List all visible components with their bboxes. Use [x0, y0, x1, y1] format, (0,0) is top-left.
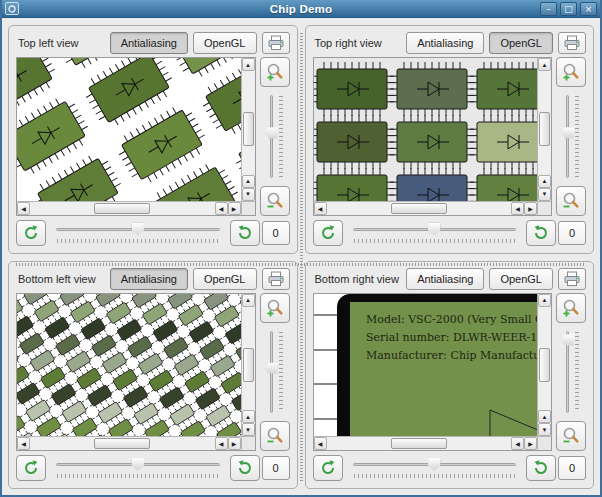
zoom-slider-handle[interactable]: [265, 362, 278, 374]
zoom-out-button[interactable]: [260, 421, 290, 451]
scroll-left-button-2[interactable]: ◀: [511, 437, 524, 450]
opengl-button[interactable]: OpenGL: [489, 32, 553, 54]
vertical-scrollbar[interactable]: ▲ ▲ ▼: [537, 294, 551, 437]
opengl-button[interactable]: OpenGL: [489, 268, 553, 290]
print-button[interactable]: [558, 268, 586, 290]
rotate-slider[interactable]: [350, 220, 520, 246]
rotation-spinbox[interactable]: 0: [558, 221, 586, 245]
horizontal-scroll-thumb[interactable]: [94, 438, 150, 449]
vertical-scroll-track[interactable]: [242, 71, 255, 175]
scroll-up-button-2[interactable]: ▲: [538, 410, 551, 423]
scroll-left-button-2[interactable]: ◀: [215, 437, 228, 450]
graphics-scene[interactable]: Model: VSC-2000 (Very Small Chip) at 9Se…: [314, 294, 538, 437]
horizontal-scroll-track[interactable]: [327, 202, 512, 215]
rotate-slider[interactable]: [53, 455, 223, 481]
rotate-slider[interactable]: [53, 220, 223, 246]
zoom-slider[interactable]: [560, 92, 582, 181]
scroll-up-button[interactable]: ▲: [538, 58, 551, 71]
rotate-slider-handle[interactable]: [131, 458, 144, 471]
horizontal-scroll-track[interactable]: [30, 202, 215, 215]
scroll-up-button-2[interactable]: ▲: [538, 175, 551, 188]
vertical-scrollbar[interactable]: ▲ ▲ ▼: [241, 294, 255, 437]
zoom-slider-handle[interactable]: [265, 127, 278, 139]
antialiasing-button[interactable]: Antialiasing: [406, 32, 484, 54]
vertical-scroll-thumb[interactable]: [539, 348, 550, 382]
zoom-slider-handle[interactable]: [561, 334, 574, 346]
print-button[interactable]: [262, 32, 290, 54]
scroll-left-button-2[interactable]: ◀: [215, 202, 228, 215]
rotation-spinbox[interactable]: 0: [262, 221, 290, 245]
graphics-scene[interactable]: [17, 294, 241, 437]
rotate-right-button[interactable]: [526, 455, 556, 481]
rotate-left-button[interactable]: [313, 220, 343, 246]
horizontal-scroll-track[interactable]: [327, 437, 512, 450]
scroll-up-button-2[interactable]: ▲: [242, 410, 255, 423]
zoom-slider[interactable]: [560, 328, 582, 417]
vertical-scroll-thumb[interactable]: [243, 348, 254, 382]
scroll-down-button[interactable]: ▼: [242, 423, 255, 436]
vertical-scroll-track[interactable]: [242, 307, 255, 411]
zoom-slider-handle[interactable]: [561, 127, 574, 139]
rotate-left-button[interactable]: [16, 220, 46, 246]
graphics-scene[interactable]: [17, 58, 241, 201]
graphics-scene[interactable]: [314, 58, 538, 201]
horizontal-scrollbar[interactable]: ◀ ◀ ▶: [17, 436, 241, 450]
zoom-slider[interactable]: [264, 328, 286, 417]
scroll-right-button[interactable]: ▶: [228, 437, 241, 450]
rotate-left-button[interactable]: [313, 455, 343, 481]
vertical-scrollbar[interactable]: ▲ ▲ ▼: [241, 58, 255, 201]
titlebar[interactable]: Chip Demo – □ ×: [2, 0, 600, 18]
rotation-spinbox[interactable]: 0: [558, 456, 586, 480]
antialiasing-button[interactable]: Antialiasing: [110, 268, 188, 290]
scroll-down-button[interactable]: ▼: [538, 423, 551, 436]
horizontal-splitter-handle[interactable]: [16, 263, 586, 266]
scroll-left-button[interactable]: ◀: [314, 437, 327, 450]
vertical-scroll-track[interactable]: [538, 307, 551, 411]
zoom-out-button[interactable]: [556, 421, 586, 451]
vertical-scroll-track[interactable]: [538, 71, 551, 175]
scroll-right-button[interactable]: ▶: [228, 202, 241, 215]
opengl-button[interactable]: OpenGL: [193, 268, 257, 290]
rotate-left-button[interactable]: [16, 455, 46, 481]
scroll-up-button[interactable]: ▲: [242, 58, 255, 71]
rotate-slider-handle[interactable]: [428, 458, 441, 471]
zoom-in-button[interactable]: [260, 57, 290, 87]
horizontal-scroll-thumb[interactable]: [94, 203, 150, 214]
scroll-down-button[interactable]: ▼: [242, 188, 255, 201]
rotation-spinbox[interactable]: 0: [262, 456, 290, 480]
zoom-out-button[interactable]: [260, 186, 290, 216]
rotate-slider-handle[interactable]: [428, 223, 441, 236]
rotate-slider[interactable]: [350, 455, 520, 481]
scroll-left-button[interactable]: ◀: [17, 202, 30, 215]
vertical-scroll-thumb[interactable]: [539, 112, 550, 146]
scroll-down-button[interactable]: ▼: [538, 188, 551, 201]
zoom-in-button[interactable]: [556, 57, 586, 87]
vertical-splitter-handle[interactable]: [300, 33, 303, 481]
scroll-left-button[interactable]: ◀: [17, 437, 30, 450]
rotate-right-button[interactable]: [230, 455, 260, 481]
horizontal-scrollbar[interactable]: ◀ ◀ ▶: [17, 201, 241, 215]
horizontal-scrollbar[interactable]: ◀ ◀ ▶: [314, 436, 538, 450]
antialiasing-button[interactable]: Antialiasing: [110, 32, 188, 54]
print-button[interactable]: [262, 268, 290, 290]
horizontal-scrollbar[interactable]: ◀ ◀ ▶: [314, 201, 538, 215]
rotate-right-button[interactable]: [230, 220, 260, 246]
opengl-button[interactable]: OpenGL: [193, 32, 257, 54]
scroll-right-button[interactable]: ▶: [524, 437, 537, 450]
zoom-in-button[interactable]: [556, 293, 586, 323]
zoom-in-button[interactable]: [260, 293, 290, 323]
horizontal-scroll-thumb[interactable]: [391, 438, 447, 449]
scroll-up-button[interactable]: ▲: [538, 294, 551, 307]
zoom-out-button[interactable]: [556, 186, 586, 216]
scroll-left-button[interactable]: ◀: [314, 202, 327, 215]
horizontal-scroll-thumb[interactable]: [391, 203, 447, 214]
print-button[interactable]: [558, 32, 586, 54]
scroll-up-button[interactable]: ▲: [242, 294, 255, 307]
antialiasing-button[interactable]: Antialiasing: [406, 268, 484, 290]
scroll-up-button-2[interactable]: ▲: [242, 175, 255, 188]
scroll-left-button-2[interactable]: ◀: [511, 202, 524, 215]
horizontal-scroll-track[interactable]: [30, 437, 215, 450]
rotate-slider-handle[interactable]: [131, 223, 144, 236]
vertical-scrollbar[interactable]: ▲ ▲ ▼: [537, 58, 551, 201]
rotate-right-button[interactable]: [526, 220, 556, 246]
